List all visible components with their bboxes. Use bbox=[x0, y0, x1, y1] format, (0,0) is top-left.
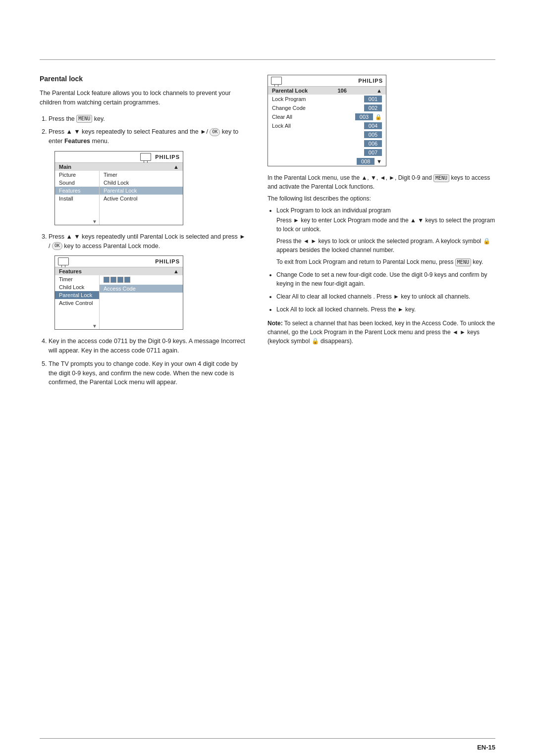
bottom-bar: EN-15 bbox=[0, 739, 535, 756]
plock-row-006: 006 bbox=[268, 139, 386, 148]
philips-logo-1: PHILIPS bbox=[155, 154, 180, 160]
menu-right-blank2 bbox=[100, 210, 183, 218]
menu-key: MENU bbox=[76, 115, 92, 123]
feat-right-blank4 bbox=[100, 316, 183, 324]
menu-item-blank1 bbox=[55, 202, 99, 210]
note-paragraph: Note: To select a channel that has been … bbox=[268, 319, 495, 346]
menu-item-blank2 bbox=[55, 210, 99, 218]
digit-4 bbox=[124, 277, 130, 283]
feat-right-blank1 bbox=[100, 293, 183, 301]
feat-childlock: Child Lock bbox=[55, 283, 99, 291]
plock-label-lockall: Lock All bbox=[272, 123, 291, 129]
menu-right-main: Timer Child Lock Parental Lock Active Co… bbox=[100, 171, 183, 225]
menu-main-title: Main bbox=[59, 164, 71, 170]
bullet-lockprogram: Lock Program to lock an individual progr… bbox=[276, 206, 495, 266]
plock-num-006: 006 bbox=[364, 140, 382, 147]
plock-row-lockprogram: Lock Program 001 bbox=[268, 95, 386, 103]
content-area: Parental lock The Parental Lock feature … bbox=[0, 60, 535, 723]
menu-body-main: Picture Sound Features Install ▼ Timer C… bbox=[55, 171, 183, 225]
feat-left: Timer Child Lock Parental Lock Active Co… bbox=[55, 275, 100, 329]
step2-text: Press ▲ ▼ keys repeatedly to select Feat… bbox=[49, 128, 238, 145]
step4-text: Key in the access code 0711 by the Digit… bbox=[49, 338, 245, 354]
menu-item-sound: Sound bbox=[55, 179, 99, 187]
step5-text: The TV prompts you to change code. Key i… bbox=[49, 360, 238, 386]
tv-icon-3 bbox=[271, 77, 282, 85]
menu-item-install: Install bbox=[55, 195, 99, 202]
step-4: Key in the access code 0711 by the Digit… bbox=[49, 337, 248, 355]
plock-row-005: 005 bbox=[268, 130, 386, 139]
following-text: The following list describes the options… bbox=[268, 194, 495, 203]
plock-num-003: 003 bbox=[355, 113, 373, 120]
feat-header: PHILIPS bbox=[55, 256, 183, 267]
tv-icon-2 bbox=[58, 257, 69, 265]
features-bold: Features bbox=[64, 138, 90, 145]
section-title: Parental lock bbox=[40, 75, 248, 83]
scroll-down-3: ▼ bbox=[376, 158, 382, 164]
menu-right-activecontrol: Active Control bbox=[100, 195, 183, 202]
step3-text: Press ▲ ▼ keys repeatedly until Parental… bbox=[49, 233, 246, 250]
digit-boxes bbox=[104, 277, 130, 283]
plock-num-001: 001 bbox=[364, 96, 382, 102]
feat-right-digits bbox=[100, 275, 183, 285]
plock-row-lockall: Lock All 004 bbox=[268, 121, 386, 130]
plock-label-clearall: Clear All bbox=[272, 114, 292, 120]
left-column: Parental lock The Parental Lock feature … bbox=[40, 75, 248, 723]
plock-header: PHILIPS bbox=[268, 75, 386, 87]
feat-right: Access Code bbox=[100, 275, 183, 329]
steps-list-2: Press ▲ ▼ keys repeatedly until Parental… bbox=[40, 232, 248, 251]
plock-row-clearall: Clear All 003 🔒 bbox=[268, 112, 386, 121]
feat-blank1 bbox=[55, 307, 99, 315]
plock-title-right: 106 bbox=[337, 88, 346, 94]
menu-key-2: MENU bbox=[433, 174, 449, 182]
plock-title-left: Parental Lock bbox=[272, 88, 308, 94]
feat-blank2 bbox=[55, 315, 99, 323]
scroll-up-1: ▲ bbox=[173, 164, 179, 170]
feat-timer: Timer bbox=[55, 275, 99, 283]
feat-activecontrol: Active Control bbox=[55, 299, 99, 307]
step1-text: Press the MENU key. bbox=[49, 115, 105, 122]
steps-list: Press the MENU key. Press ▲ ▼ keys repea… bbox=[40, 114, 248, 146]
philips-logo-2: PHILIPS bbox=[155, 258, 180, 264]
ok-key-2: OK bbox=[52, 242, 62, 250]
feat-title: Features bbox=[59, 268, 82, 274]
step-5: The TV prompts you to change code. Key i… bbox=[49, 359, 248, 387]
menu-right-timer: Timer bbox=[100, 171, 183, 179]
menu-item-picture: Picture bbox=[55, 171, 99, 179]
feat-body: Timer Child Lock Parental Lock Active Co… bbox=[55, 275, 183, 329]
feat-parentallock: Parental Lock bbox=[55, 291, 99, 299]
scroll-up-2: ▲ bbox=[173, 268, 179, 274]
right-column: PHILIPS Parental Lock 106 ▲ Lock Program… bbox=[268, 75, 495, 723]
philips-logo-3: PHILIPS bbox=[358, 78, 383, 84]
ok-key: OK bbox=[210, 128, 220, 136]
bullet-list: Lock Program to lock an individual progr… bbox=[268, 206, 495, 314]
menu-item-features: Features bbox=[55, 187, 99, 195]
menu-right-childlock: Child Lock bbox=[100, 179, 183, 187]
plock-label-lockprogram: Lock Program bbox=[272, 96, 306, 102]
sub-lockprogram-1: Press ► key to enter Lock Program mode a… bbox=[276, 216, 495, 234]
scroll-up-3: ▲ bbox=[376, 88, 382, 94]
menu-key-3: MENU bbox=[455, 258, 471, 266]
menu-right-parentallock: Parental Lock bbox=[100, 187, 183, 195]
plock-menu-box: PHILIPS Parental Lock 106 ▲ Lock Program… bbox=[268, 75, 386, 166]
bullet-clearall-title: Clear All to clear all locked channels .… bbox=[276, 293, 470, 300]
page-number: EN-15 bbox=[477, 744, 495, 751]
bullet-changecode: Change Code to set a new four-digit code… bbox=[276, 270, 495, 288]
step-1: Press the MENU key. bbox=[49, 114, 248, 124]
digit-1 bbox=[104, 277, 109, 283]
right-intro: In the Parental Lock menu, use the ▲, ▼,… bbox=[268, 173, 495, 191]
menu-right-blank1 bbox=[100, 202, 183, 210]
note-label: Note: bbox=[268, 320, 283, 327]
digit-2 bbox=[110, 277, 116, 283]
lock-symbol-003: 🔒 bbox=[375, 114, 382, 120]
sub-lockprogram-2: Press the ◄ ► keys to lock or unlock the… bbox=[276, 237, 495, 254]
plock-row-007: 007 bbox=[268, 148, 386, 157]
plock-label-changecode: Change Code bbox=[272, 105, 306, 111]
digit-3 bbox=[117, 277, 123, 283]
feat-right-blank2 bbox=[100, 301, 183, 308]
plock-title-row: Parental Lock 106 ▲ bbox=[268, 87, 386, 95]
feat-right-blank3 bbox=[100, 308, 183, 316]
intro-text: The Parental Lock feature allows you to … bbox=[40, 89, 248, 107]
step-2: Press ▲ ▼ keys repeatedly to select Feat… bbox=[49, 127, 248, 146]
menu-box-main: PHILIPS Main ▲ Picture Sound Features In… bbox=[54, 151, 183, 225]
step-3: Press ▲ ▼ keys repeatedly until Parental… bbox=[49, 232, 248, 251]
